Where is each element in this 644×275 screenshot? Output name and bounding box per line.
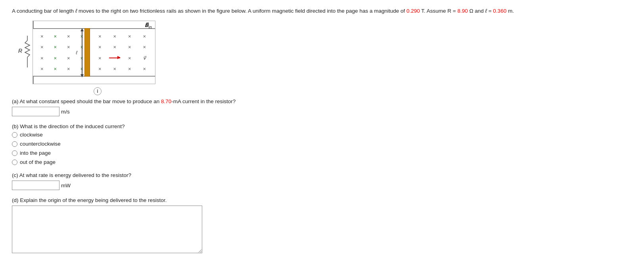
x-mark: × [98, 44, 102, 50]
x-mark: × [54, 34, 57, 39]
x-mark: × [67, 66, 70, 71]
option-out-of-page[interactable]: out of the page [12, 159, 632, 165]
bin-subscript: in [149, 25, 152, 29]
problem-text-before: A conducting bar of length [12, 8, 75, 14]
ell-value: 0.360 [493, 8, 506, 14]
conducting-bar [84, 28, 90, 77]
bar-extent-arrows [80, 28, 84, 77]
velocity-arrow-right [109, 58, 120, 58]
x-mark: × [54, 44, 57, 50]
x-mark: × [40, 44, 44, 50]
problem-text-mid1: moves to the right on two frictionless r… [77, 8, 406, 14]
part-a-current: 8.70 [161, 98, 171, 104]
arrow-down-indicator [80, 74, 84, 77]
option-counterclockwise[interactable]: counterclockwise [12, 141, 632, 147]
x-mark: × [40, 66, 44, 71]
option-into-page[interactable]: into the page [12, 150, 632, 156]
problem-text-mid2: T. Assume R = [420, 8, 458, 14]
resistor-symbol [24, 36, 31, 67]
part-a-label-end: -mA current in the resistor? [171, 98, 236, 104]
x-mark: × [98, 56, 102, 61]
part-a-input[interactable] [12, 107, 59, 116]
problem-text-mid4: = [487, 8, 493, 14]
part-c-label: (c) At what rate is energy delivered to … [12, 172, 632, 178]
radio-into-page[interactable] [12, 150, 17, 156]
arrow-up-indicator [80, 28, 84, 31]
r-value: 8.90 [457, 8, 468, 14]
x-mark: × [54, 66, 57, 71]
part-a-section: (a) At what constant speed should the ba… [12, 98, 632, 116]
x-mark: × [143, 66, 146, 71]
x-mark: × [40, 34, 44, 39]
radio-out-of-page[interactable] [12, 160, 17, 165]
x-mark: × [113, 66, 116, 71]
x-mark: × [54, 56, 57, 61]
radio-clockwise[interactable] [12, 132, 17, 138]
part-a-label: (a) At what constant speed should the ba… [12, 98, 632, 104]
rail-bottom [33, 76, 155, 77]
option-clockwise[interactable]: clockwise [12, 132, 632, 138]
part-a-text: (a) At what constant speed should the ba… [12, 98, 161, 104]
option-out-of-page-label: out of the page [20, 159, 56, 165]
b-value: 0.290 [406, 8, 420, 14]
left-wire-bottom [33, 76, 34, 84]
x-mark: × [40, 56, 44, 61]
v-label-fig: v⃗ [143, 55, 146, 61]
radio-group: clockwise counterclockwise into the page… [12, 132, 632, 165]
x-mark: × [128, 56, 131, 61]
x-mark: × [128, 44, 131, 50]
figure-wrapper: R × × × × × × × × × × × [16, 21, 632, 84]
info-button[interactable]: i [94, 87, 102, 95]
figure-diagram: × × × × × × × × × × × × × × × × ℓ [33, 21, 155, 84]
r-label: R [18, 48, 22, 54]
option-counterclockwise-label: counterclockwise [20, 141, 61, 147]
radio-counterclockwise[interactable] [12, 141, 17, 147]
part-d-label: (d) Explain the origin of the energy bei… [12, 197, 632, 203]
option-clockwise-label: clockwise [20, 132, 43, 138]
part-d-section: (d) Explain the origin of the energy bei… [12, 197, 632, 253]
option-into-page-label: into the page [20, 150, 51, 156]
x-mark: × [98, 66, 102, 71]
ell-figure-label: ℓ [76, 50, 77, 56]
part-c-section: (c) At what rate is energy delivered to … [12, 172, 632, 190]
problem-statement: A conducting bar of length ℓ moves to th… [12, 7, 632, 15]
part-c-input[interactable] [12, 181, 59, 190]
part-a-unit: m/s [61, 109, 70, 115]
rail-top [33, 28, 155, 29]
problem-text-mid3: Ω and [468, 8, 485, 14]
b-arrow-symbol: B⃗ [145, 22, 149, 28]
x-mark: × [113, 34, 116, 39]
x-mark: × [143, 34, 146, 39]
part-c-unit: mW [61, 183, 71, 188]
arrow-line [82, 31, 82, 74]
x-mark: × [67, 34, 70, 39]
x-mark: × [67, 56, 70, 61]
x-mark: × [98, 34, 102, 39]
part-d-textarea[interactable] [12, 206, 202, 253]
x-mark: × [67, 44, 70, 50]
x-mark: × [128, 34, 131, 39]
x-mark: × [128, 66, 131, 71]
x-grid-right: × × × × × × × × × × v⃗ × × × × [92, 31, 152, 74]
part-c-input-row: mW [12, 181, 632, 190]
left-wire-top [33, 21, 34, 29]
x-mark: × [143, 44, 146, 50]
bin-label: B⃗in [145, 22, 152, 29]
part-b-label: (b) What is the direction of the induced… [12, 123, 632, 129]
problem-text-end: m. [506, 8, 514, 14]
x-mark: × [113, 44, 116, 50]
part-b-section: (b) What is the direction of the induced… [12, 123, 632, 165]
part-a-input-row: m/s [12, 107, 632, 116]
